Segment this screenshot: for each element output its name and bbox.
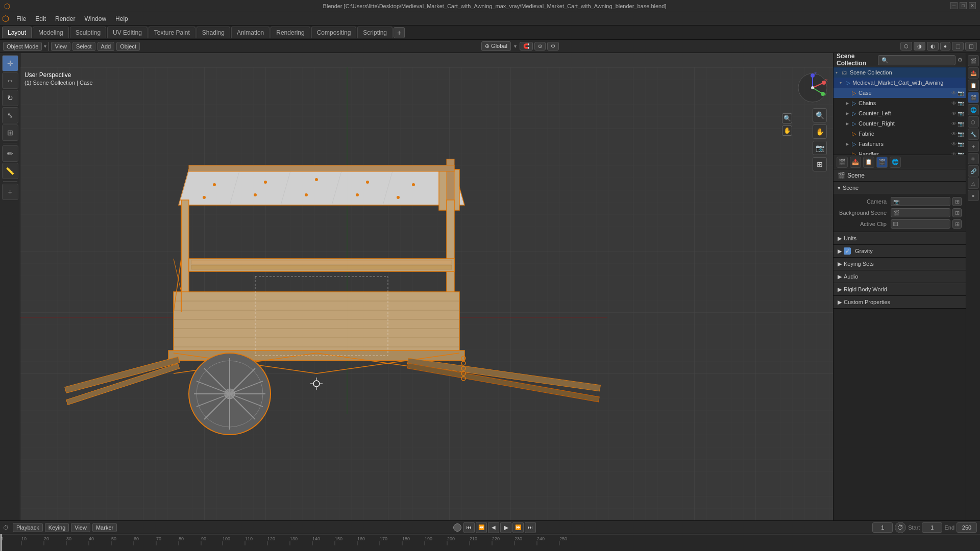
move-tool[interactable]: ↔ bbox=[2, 72, 18, 89]
pan-btn[interactable]: ✋ bbox=[782, 126, 792, 136]
outliner-filter-btn[interactable]: ⚙ bbox=[958, 57, 963, 63]
proportional-btn[interactable]: ⊙ bbox=[534, 42, 546, 51]
tab-texture-paint[interactable]: Texture Paint bbox=[149, 27, 195, 38]
material-tab-btn[interactable]: ● bbox=[968, 190, 979, 201]
object-tab-btn[interactable]: ⬡ bbox=[968, 116, 979, 128]
scene-section-header[interactable]: ▾ Scene bbox=[834, 182, 966, 194]
tab-sculpting[interactable]: Sculpting bbox=[70, 27, 106, 38]
tab-scripting[interactable]: Scripting bbox=[357, 27, 393, 38]
camera-picker-icon[interactable]: ⊞ bbox=[952, 197, 962, 206]
current-frame-dot[interactable] bbox=[453, 523, 461, 532]
outliner-item-handles[interactable]: ▷ Handles 👁 📷 bbox=[834, 149, 966, 155]
view-menu[interactable]: View bbox=[51, 42, 70, 51]
tab-compositing[interactable]: Compositing bbox=[311, 27, 357, 38]
modifier-tab-btn[interactable]: 🔧 bbox=[968, 129, 979, 140]
rotate-tool[interactable]: ↻ bbox=[2, 90, 18, 106]
tab-uv-editing[interactable]: UV Editing bbox=[107, 27, 148, 38]
scale-tool[interactable]: ⤡ bbox=[2, 107, 18, 123]
render-vis-icon[interactable]: 📷 bbox=[958, 101, 964, 106]
gravity-section-header[interactable]: ▶ ✓ Gravity bbox=[834, 245, 966, 257]
world-tab-btn[interactable]: 🌐 bbox=[968, 104, 979, 115]
visibility-icon[interactable]: 👁 bbox=[951, 141, 957, 147]
tab-layout[interactable]: Layout bbox=[2, 27, 32, 38]
viewlayer-tab-btn[interactable]: 📋 bbox=[968, 80, 979, 91]
audio-section-header[interactable]: ▶ Audio bbox=[834, 270, 966, 283]
xray-btn[interactable]: ◫ bbox=[965, 42, 977, 51]
scene-tab-btn[interactable]: 🎬 bbox=[968, 92, 979, 103]
camera-value[interactable]: 📷 bbox=[891, 197, 950, 206]
visibility-icon[interactable]: 👁 bbox=[951, 101, 957, 106]
add-tool[interactable]: + bbox=[2, 184, 18, 200]
render-tab-btn[interactable]: 🎬 bbox=[968, 55, 979, 66]
close-button[interactable]: ✕ bbox=[969, 2, 976, 9]
jump-start-btn[interactable]: ⏮ bbox=[463, 522, 475, 533]
custom-section-header[interactable]: ▶ Custom Properties bbox=[834, 296, 966, 308]
step-back-btn[interactable]: ⏪ bbox=[476, 522, 487, 533]
menu-render[interactable]: Render bbox=[51, 14, 79, 23]
data-tab-btn[interactable]: △ bbox=[968, 178, 979, 189]
grid-icon[interactable]: ⊞ bbox=[813, 157, 827, 171]
zoom-icon[interactable]: 🔍 bbox=[813, 108, 827, 122]
annotate-tool[interactable]: ✏ bbox=[2, 145, 18, 162]
render-vis-icon[interactable]: 📷 bbox=[958, 90, 964, 96]
background-scene-value[interactable]: 🎬 bbox=[891, 208, 950, 217]
outliner-search[interactable] bbox=[878, 55, 955, 65]
menu-help[interactable]: Help bbox=[111, 14, 132, 23]
timeline-track[interactable]: 1 10 20 30 40 50 60 70 80 90 100 110 120 bbox=[0, 534, 980, 551]
frame-clock-icon[interactable]: ⏱ bbox=[895, 522, 906, 533]
tab-animation[interactable]: Animation bbox=[231, 27, 270, 38]
shading-wireframe[interactable]: ⬡ bbox=[900, 42, 912, 51]
constraints-tab-btn[interactable]: 🔗 bbox=[968, 165, 979, 177]
active-clip-picker-icon[interactable]: ⊞ bbox=[952, 219, 962, 229]
scene-props-btn[interactable]: 🎬 bbox=[876, 157, 888, 168]
units-section-header[interactable]: ▶ Units bbox=[834, 232, 966, 244]
object-menu[interactable]: Object bbox=[116, 42, 140, 51]
zoom-in-btn[interactable]: 🔍 bbox=[782, 113, 792, 123]
cursor-tool[interactable]: ✛ bbox=[2, 55, 18, 71]
render-props-btn[interactable]: 🎬 bbox=[837, 157, 848, 168]
outliner-item-fabric[interactable]: ▷ Fabric 👁 📷 bbox=[834, 129, 966, 139]
maximize-button[interactable]: □ bbox=[960, 2, 967, 9]
visibility-icon[interactable]: 👁 bbox=[951, 121, 957, 127]
render-vis-icon[interactable]: 📷 bbox=[958, 152, 964, 156]
visibility-icon[interactable]: 👁 bbox=[951, 111, 957, 116]
timeline-view-menu[interactable]: View bbox=[71, 523, 90, 532]
gravity-checkbox[interactable]: ✓ bbox=[844, 247, 851, 255]
bg-scene-picker-icon[interactable]: ⊞ bbox=[952, 208, 962, 217]
jump-end-btn[interactable]: ⏭ bbox=[525, 522, 536, 533]
playback-menu[interactable]: Playback bbox=[13, 523, 43, 532]
outliner-item-counter-left[interactable]: ▶ ▷ Counter_Left 👁 📷 bbox=[834, 108, 966, 118]
marker-menu[interactable]: Marker bbox=[92, 523, 117, 532]
outliner-medieval-cart[interactable]: ▾ ▷ Medieval_Market_Cart_with_Awning bbox=[834, 78, 966, 88]
outliner-item-counter-right[interactable]: ▶ ▷ Counter_Right 👁 📷 bbox=[834, 118, 966, 129]
current-frame-input[interactable] bbox=[872, 522, 893, 533]
tab-modeling[interactable]: Modeling bbox=[33, 27, 69, 38]
render-vis-icon[interactable]: 📷 bbox=[958, 131, 964, 137]
add-menu[interactable]: Add bbox=[97, 42, 115, 51]
snap-options[interactable]: ⚙ bbox=[547, 42, 559, 51]
outliner-item-case[interactable]: ▷ Case 👁 📷 bbox=[834, 88, 966, 98]
render-vis-icon[interactable]: 📷 bbox=[958, 111, 964, 116]
output-tab-btn[interactable]: 📤 bbox=[968, 67, 979, 79]
visibility-icon[interactable]: 👁 bbox=[951, 90, 957, 96]
menu-edit[interactable]: Edit bbox=[31, 14, 50, 23]
render-vis-icon[interactable]: 📷 bbox=[958, 121, 964, 127]
transform-tool[interactable]: ⊞ bbox=[2, 124, 18, 141]
shading-solid[interactable]: ◑ bbox=[914, 42, 925, 51]
tab-shading[interactable]: Shading bbox=[197, 27, 230, 38]
orientation-gizmo[interactable]: X Y Z bbox=[797, 72, 828, 103]
step-forward-btn[interactable]: ⏩ bbox=[512, 522, 524, 533]
play-btn[interactable]: ▶ bbox=[500, 522, 511, 533]
active-clip-value[interactable]: 🎞 bbox=[891, 219, 950, 229]
pan-icon[interactable]: ✋ bbox=[813, 124, 827, 139]
start-frame-input[interactable] bbox=[922, 522, 942, 533]
visibility-icon[interactable]: 👁 bbox=[951, 152, 957, 156]
visibility-icon[interactable]: 👁 bbox=[951, 131, 957, 137]
output-props-btn[interactable]: 📤 bbox=[850, 157, 861, 168]
transform-global[interactable]: ⊕ Global bbox=[481, 41, 511, 51]
mode-selector[interactable]: Object Mode bbox=[3, 42, 42, 51]
render-vis-icon[interactable]: 📷 bbox=[958, 141, 964, 147]
end-frame-input[interactable] bbox=[957, 522, 977, 533]
minimize-button[interactable]: ─ bbox=[950, 2, 958, 9]
play-back-btn[interactable]: ◀ bbox=[488, 522, 499, 533]
